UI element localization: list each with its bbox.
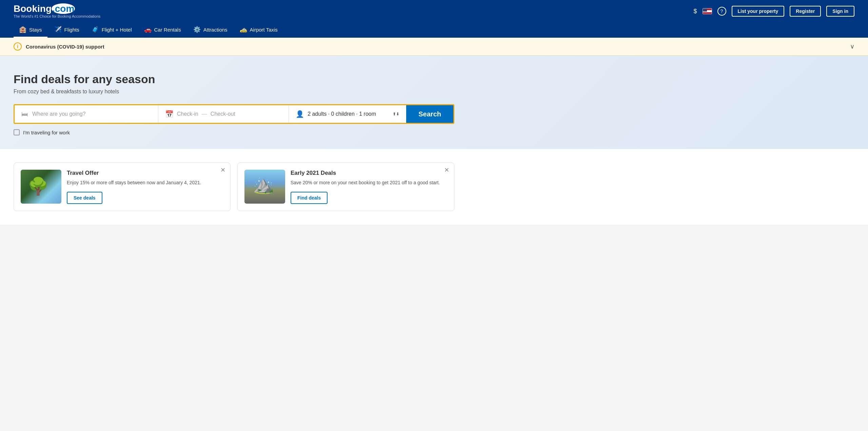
deal-desc-travel-offer: Enjoy 15% or more off stays between now … <box>67 179 223 186</box>
header: Booking.com The World's #1 Choice for Bo… <box>0 0 868 38</box>
work-travel-row: I'm traveling for work <box>14 129 854 135</box>
calendar-icon: 📅 <box>165 110 174 118</box>
guests-field[interactable]: 👤 2 adults · 0 children · 1 room ⬆⬇ <box>289 105 406 123</box>
flights-icon: ✈️ <box>54 26 62 33</box>
nav-label-attractions: Attractions <box>203 27 228 33</box>
deal-image-park <box>21 170 61 204</box>
main-nav: 🏨 Stays ✈️ Flights 🧳 Flight + Hotel 🚗 Ca… <box>14 21 854 38</box>
work-travel-checkbox[interactable] <box>14 129 20 135</box>
nav-label-car-rentals: Car Rentals <box>154 27 181 33</box>
airport-taxis-icon: 🚕 <box>240 26 247 33</box>
nav-item-attractions[interactable]: ⚙️ Attractions <box>188 22 233 38</box>
search-section: Find deals for any season From cozy bed … <box>0 56 868 149</box>
covid-banner: i Coronavirus (COVID-19) support ∨ <box>0 38 868 56</box>
deal-button-see-deals[interactable]: See deals <box>67 192 102 204</box>
deal-title-travel-offer: Travel Offer <box>67 170 223 176</box>
deal-card-travel-offer: Travel Offer Enjoy 15% or more off stays… <box>14 163 231 211</box>
help-icon[interactable]: ? <box>717 7 726 16</box>
deal-image-mountain <box>244 170 285 204</box>
search-bar: 🛏 📅 Check-in — Check-out 👤 2 adults · 0 … <box>14 104 454 124</box>
deal-close-early-2021[interactable]: ✕ <box>444 167 449 173</box>
deal-desc-early-2021: Save 20% or more on your next booking to… <box>291 179 447 186</box>
flight-hotel-icon: 🧳 <box>92 26 99 33</box>
covid-left: i Coronavirus (COVID-19) support <box>14 42 104 51</box>
covid-expand-icon[interactable]: ∨ <box>850 43 854 50</box>
search-subtitle: From cozy bed & breakfasts to luxury hot… <box>14 89 854 95</box>
guests-stepper-icon[interactable]: ⬆⬇ <box>393 112 399 116</box>
nav-label-airport-taxis: Airport Taxis <box>250 27 278 33</box>
checkout-label[interactable]: Check-out <box>211 111 235 117</box>
date-field[interactable]: 📅 Check-in — Check-out <box>158 105 289 123</box>
destination-icon: 🛏 <box>21 110 28 118</box>
guests-value: 2 adults · 0 children · 1 room <box>308 111 389 117</box>
deal-title-early-2021: Early 2021 Deals <box>291 170 447 176</box>
logo-booking: Booking <box>14 3 52 14</box>
logo-dot: .com <box>52 3 75 14</box>
deal-close-travel-offer[interactable]: ✕ <box>220 167 225 173</box>
covid-text: Coronavirus (COVID-19) support <box>26 44 104 50</box>
work-travel-label[interactable]: I'm traveling for work <box>23 130 70 135</box>
deals-section: Travel Offer Enjoy 15% or more off stays… <box>0 149 868 225</box>
logo-tagline: The World's #1 Choice for Booking Accomm… <box>14 14 100 18</box>
list-property-button[interactable]: List your property <box>732 6 785 17</box>
nav-item-airport-taxis[interactable]: 🚕 Airport Taxis <box>234 22 283 38</box>
deal-button-find-deals[interactable]: Find deals <box>291 192 328 204</box>
car-rentals-icon: 🚗 <box>144 26 152 33</box>
stays-icon: 🏨 <box>19 26 26 33</box>
deal-content-travel-offer: Travel Offer Enjoy 15% or more off stays… <box>67 170 223 204</box>
checkin-label[interactable]: Check-in <box>177 111 198 117</box>
search-title: Find deals for any season <box>14 73 854 86</box>
header-actions: $ ? List your property Register Sign in <box>693 6 854 17</box>
deals-grid: Travel Offer Enjoy 15% or more off stays… <box>14 163 454 211</box>
destination-input[interactable] <box>32 111 151 117</box>
destination-field[interactable]: 🛏 <box>15 105 158 123</box>
logo: Booking.com The World's #1 Choice for Bo… <box>14 4 100 18</box>
guests-icon: 👤 <box>296 110 304 118</box>
nav-label-flights: Flights <box>64 27 79 33</box>
date-separator: — <box>202 111 207 117</box>
deal-content-early-2021: Early 2021 Deals Save 20% or more on you… <box>291 170 447 204</box>
nav-item-flights[interactable]: ✈️ Flights <box>49 22 85 38</box>
nav-label-flight-hotel: Flight + Hotel <box>102 27 132 33</box>
register-button[interactable]: Register <box>790 6 821 17</box>
attractions-icon: ⚙️ <box>193 26 201 33</box>
currency-icon[interactable]: $ <box>693 8 697 15</box>
nav-item-car-rentals[interactable]: 🚗 Car Rentals <box>139 22 186 38</box>
deal-card-early-2021: Early 2021 Deals Save 20% or more on you… <box>237 163 454 211</box>
signin-button[interactable]: Sign in <box>826 6 854 17</box>
nav-label-stays: Stays <box>29 27 42 33</box>
covid-info-icon: i <box>14 42 22 51</box>
nav-item-flight-hotel[interactable]: 🧳 Flight + Hotel <box>86 22 137 38</box>
search-button[interactable]: Search <box>406 105 453 123</box>
nav-item-stays[interactable]: 🏨 Stays <box>14 22 47 38</box>
language-flag-icon[interactable] <box>703 8 712 14</box>
